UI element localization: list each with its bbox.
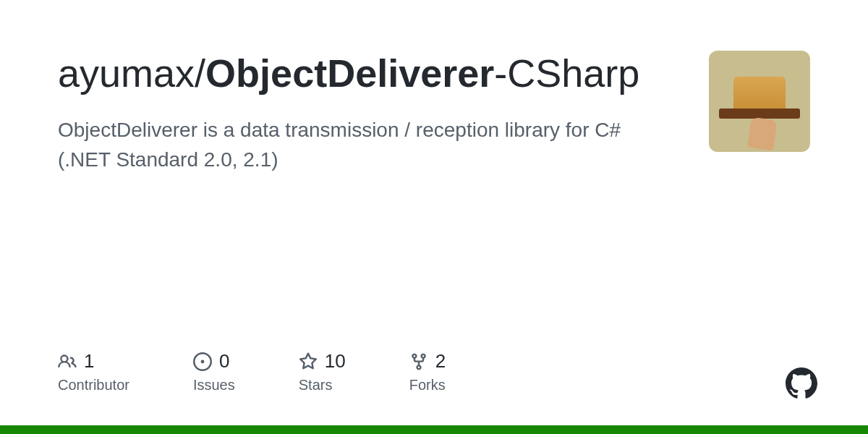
repo-owner: ayumax — [58, 51, 195, 95]
avatar-art — [733, 77, 786, 111]
repo-title[interactable]: ayumax/ObjectDeliverer-CSharp — [58, 51, 651, 95]
language-segment — [0, 425, 868, 434]
repo-description: ObjectDeliverer is a data transmission /… — [58, 116, 651, 174]
stat-top: 10 — [299, 350, 346, 373]
repo-name-strong: ObjectDeliverer — [205, 51, 494, 95]
stat-value: 0 — [219, 350, 229, 373]
stat-label: Stars — [299, 377, 346, 393]
github-logo-icon[interactable] — [786, 367, 817, 399]
stat-top: 2 — [409, 350, 446, 373]
stat-label: Forks — [409, 377, 446, 393]
repo-card: ayumax/ObjectDeliverer-CSharp ObjectDeli… — [0, 0, 868, 174]
stat-issues[interactable]: 0 Issues — [193, 350, 235, 393]
slash: / — [195, 51, 205, 95]
avatar-art — [747, 117, 777, 151]
avatar[interactable] — [709, 51, 810, 152]
stat-top: 1 — [58, 350, 129, 373]
people-icon — [58, 352, 77, 371]
stat-label: Issues — [193, 377, 235, 393]
repo-name-rest: -CSharp — [494, 51, 639, 95]
stat-top: 0 — [193, 350, 235, 373]
language-bar — [0, 425, 868, 434]
stat-value: 2 — [435, 350, 446, 373]
stat-contributors[interactable]: 1 Contributor — [58, 350, 129, 393]
stat-stars[interactable]: 10 Stars — [299, 350, 346, 393]
stat-value: 1 — [84, 350, 94, 373]
fork-icon — [409, 352, 428, 371]
issue-icon — [193, 352, 212, 371]
stat-label: Contributor — [58, 377, 129, 393]
stat-value: 10 — [325, 350, 346, 373]
main-content: ayumax/ObjectDeliverer-CSharp ObjectDeli… — [58, 51, 651, 174]
stats-row: 1 Contributor 0 Issues 10 Stars 2 Forks — [58, 350, 446, 393]
avatar-art — [719, 109, 800, 119]
stat-forks[interactable]: 2 Forks — [409, 350, 446, 393]
star-icon — [299, 352, 318, 371]
